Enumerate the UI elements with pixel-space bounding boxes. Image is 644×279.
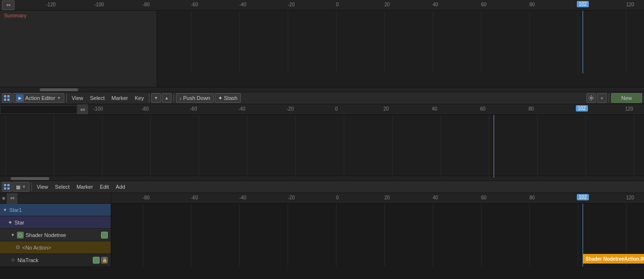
ruler-tick--100: -100 — [94, 2, 104, 7]
grid-line--60 — [191, 11, 191, 73]
nla-right-ruler: -140-120-100-80-60-40-200204060801001201… — [111, 193, 644, 204]
action-swap-btn[interactable]: ⇔ — [77, 104, 88, 115]
ruler-tick-80: 80 — [528, 106, 534, 112]
action-editor-panel: ⇔ -160-140-120-100-80-60-40-200204060801… — [0, 104, 644, 181]
grid-line-0 — [336, 11, 337, 73]
nla-track-checkbox[interactable] — [93, 257, 100, 264]
menu-select[interactable]: Select — [87, 92, 108, 104]
grid-line-40 — [433, 11, 433, 73]
nla-editor-icon[interactable] — [2, 93, 12, 103]
menu-key[interactable]: Key — [132, 92, 147, 104]
grid-line--120 — [46, 11, 46, 73]
bottom-sep1 — [31, 182, 32, 191]
ruler-tick-20: 20 — [384, 2, 390, 7]
grid-line-0 — [336, 204, 337, 266]
ruler-tick--60: -60 — [191, 2, 198, 7]
ruler-tick--40: -40 — [239, 2, 246, 7]
no-action-label: <No Action> — [22, 245, 51, 251]
grid-line-40 — [344, 115, 344, 178]
nla-left-swap[interactable]: ⇔ — [7, 193, 17, 204]
star-icon: ✦ — [8, 219, 13, 226]
bottom-menu-select[interactable]: Select — [52, 181, 73, 193]
bottom-menu-add[interactable]: Add — [113, 181, 128, 193]
ruler-tick--40: -40 — [238, 106, 245, 112]
summary-area: Summary — [0, 11, 644, 87]
grid-line--40 — [239, 204, 240, 266]
nla-dot-icon: ◉ — [2, 196, 5, 200]
stash-btn[interactable]: ✦ Stash — [215, 93, 241, 103]
shader-checkbox[interactable] — [101, 232, 108, 238]
new-action-btn[interactable]: New — [611, 93, 642, 103]
nla-icon-svg — [3, 95, 10, 101]
action-scrollbar-thumb[interactable] — [11, 177, 49, 180]
nla-track-label: NlaTrack — [17, 257, 39, 263]
settings-svg — [588, 95, 594, 101]
nla-track-star[interactable]: ✦ Star — [0, 216, 111, 229]
grid-line--100 — [5, 115, 6, 178]
nla-track-no-action[interactable]: ⚙ <No Action> — [0, 241, 111, 254]
svg-rect-8 — [7, 187, 10, 190]
ruler-tick-20: 20 — [384, 195, 390, 200]
nla-track-lock[interactable]: 🔒 — [101, 257, 108, 264]
ruler-tick-80: 80 — [529, 2, 535, 7]
nla-left-col: ◉ ⇔ ▼ Star1 ✦ Star ▼ ⬡ Shader Nodetree — [0, 193, 111, 266]
current-time-line — [583, 204, 583, 266]
grid-line-20 — [295, 115, 296, 178]
action-editor-toolbar: ▶ Action Editor ▼ View Select Marker Key… — [0, 92, 644, 104]
grid-line--20 — [199, 115, 199, 178]
nla-block[interactable]: Shader NodetreeAction.001 — [583, 254, 644, 264]
top-scrollbar-thumb[interactable] — [40, 88, 78, 91]
grid-line--100 — [94, 11, 95, 73]
bottom-menu-edit[interactable]: Edit — [97, 181, 112, 193]
grid-line-100 — [578, 204, 578, 266]
stash-label: Stash — [224, 95, 237, 101]
bottom-toolbar: ▦ ▼ View Select Marker Edit Add — [0, 181, 644, 193]
grid-line-60 — [481, 204, 482, 266]
nla-track-shader[interactable]: ▼ ⬡ Shader Nodetree — [0, 229, 111, 241]
top-scrollbar[interactable] — [0, 87, 644, 92]
ruler-tick-40: 40 — [433, 2, 438, 7]
ruler-tick--80: -80 — [143, 195, 149, 200]
summary-label: Summary — [4, 13, 27, 18]
grid-line--40 — [239, 11, 240, 73]
nla-bottom-icon[interactable] — [2, 182, 12, 192]
ruler-tick--40: -40 — [239, 195, 246, 200]
grid-line-20 — [384, 11, 385, 73]
nla-track-nlatrack[interactable]: ☆ NlaTrack 🔒 — [0, 254, 111, 266]
menu-view[interactable]: View — [69, 92, 86, 104]
ruler-tick--100: -100 — [93, 106, 103, 112]
menu-marker[interactable]: Marker — [109, 92, 131, 104]
grid-line-60 — [481, 11, 482, 73]
ruler-tick-120: 120 — [625, 106, 633, 112]
filter-up-btn[interactable]: ▲ — [162, 93, 172, 103]
ruler-tick-0: 0 — [336, 2, 339, 7]
top-swap-btn[interactable]: ⇔ — [2, 0, 15, 10]
grid-line--80 — [143, 11, 143, 73]
ruler-tick-0: 0 — [335, 106, 338, 112]
grid-line--20 — [288, 204, 288, 266]
grid-line-120 — [537, 115, 538, 178]
no-action-gear-icon: ⚙ — [15, 244, 20, 251]
push-down-btn[interactable]: ↓ Push Down — [176, 93, 214, 103]
editor-type-selector[interactable]: ▶ Action Editor ▼ — [13, 93, 64, 103]
bottom-menu-marker[interactable]: Marker — [73, 181, 96, 193]
action-name-input[interactable] — [0, 105, 77, 114]
filter-down-btn[interactable]: ▼ — [151, 93, 161, 103]
grid-line-40 — [433, 204, 433, 266]
action-scrollbar[interactable] — [0, 176, 644, 181]
bottom-menu-view[interactable]: View — [34, 181, 51, 193]
ruler-tick-60: 60 — [480, 106, 485, 112]
ruler-tick-40: 40 — [433, 195, 438, 200]
grid-line-0 — [247, 115, 248, 178]
grid-line--60 — [191, 204, 191, 266]
grid-line-80 — [529, 204, 530, 266]
nla-left-ruler: ◉ ⇔ — [0, 193, 111, 204]
nla-track-star1[interactable]: ▼ Star1 — [0, 204, 111, 216]
settings-btn[interactable] — [586, 93, 596, 103]
ruler-tick-20: 20 — [383, 106, 389, 112]
shader-shield-icon: ⬡ — [17, 232, 24, 238]
top-ruler: ⇔ -120-100-80-60-40-20020406080100120140… — [0, 0, 644, 11]
ruler-tick--80: -80 — [142, 106, 148, 112]
nla-editor-type[interactable]: ▦ ▼ — [13, 182, 29, 192]
add-btn[interactable]: + — [597, 93, 607, 103]
